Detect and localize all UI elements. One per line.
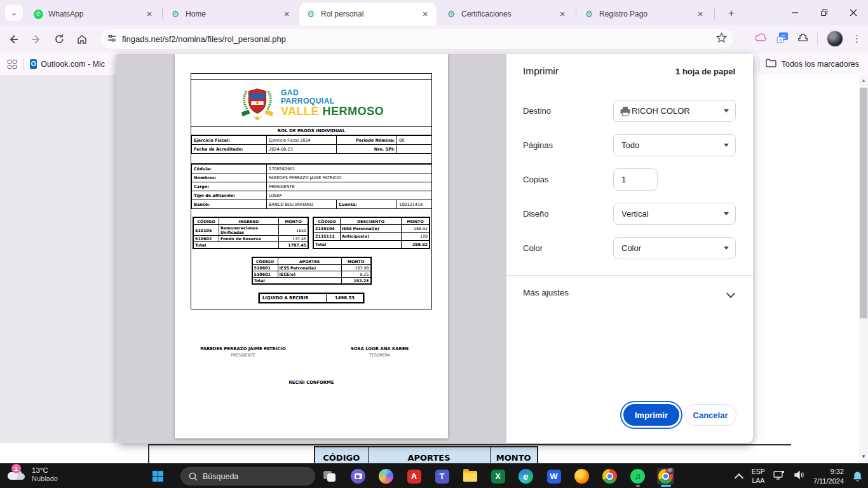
weather-extension-icon[interactable] (755, 32, 768, 45)
start-button[interactable] (153, 471, 163, 482)
layout-select[interactable]: Vertical (613, 203, 736, 225)
teams-icon[interactable]: T (433, 468, 451, 485)
close-icon[interactable]: ✕ (420, 9, 430, 19)
page-scrollbar[interactable]: ▲ ▼ (859, 75, 868, 463)
taskbar-search[interactable]: Búsqueda (180, 467, 315, 485)
extensions-icon[interactable] (797, 32, 808, 46)
sheet-count: 1 hoja de papel (675, 67, 735, 76)
close-icon[interactable]: ✕ (144, 9, 154, 19)
cedula-value: 1708582901 (267, 165, 432, 173)
pages-select[interactable]: Todo (613, 134, 736, 156)
apps-grid-icon[interactable] (8, 60, 17, 69)
tab-label: Rol personal (321, 10, 420, 18)
minimize-button[interactable] (780, 0, 810, 25)
printer-icon (620, 106, 630, 116)
dialog-title: Imprimir (523, 65, 559, 77)
bookmark-star-icon[interactable] (716, 32, 727, 46)
url-text[interactable]: fingads.net/sf2/nomina/files/rol_persona… (122, 34, 716, 44)
tab-label: Home (186, 10, 281, 18)
destination-label: Destino (523, 106, 551, 116)
signature-role: PRESIDENTE (175, 353, 311, 357)
profile-avatar[interactable] (827, 30, 843, 47)
fingads-favicon: ⚙ (306, 9, 316, 19)
cancel-button[interactable]: Cancelar (684, 404, 736, 426)
tab-registro-pago[interactable]: ⚙ Registro Pago ✕ (578, 3, 712, 25)
signature-name: PAREDES PERRAZO JAIME PATRICIO (175, 346, 311, 351)
bookmark-outlook[interactable]: O Outlook.com - Mic (30, 59, 105, 69)
tab-rol-personal[interactable]: ⚙ Rol personal ✕ (299, 3, 437, 25)
destination-select[interactable]: RICOH COLOR (613, 100, 736, 122)
close-icon[interactable]: ✕ (695, 9, 705, 19)
close-icon[interactable]: ✕ (281, 9, 292, 19)
translate-icon[interactable]: Ga (776, 32, 789, 46)
acrobat-icon[interactable]: A (405, 468, 423, 485)
omnibox[interactable]: fingads.net/sf2/nomina/files/rol_persona… (100, 29, 733, 49)
forward-icon[interactable] (27, 30, 46, 49)
new-tab-button[interactable]: + (723, 5, 740, 22)
chrome-icon[interactable] (601, 468, 618, 485)
restore-button[interactable] (810, 0, 839, 25)
document-title: ROL DE PAGOS INDIVIDUAL (191, 127, 431, 135)
afiliacion-value: LOSEP (267, 191, 432, 200)
total-row: Total 288.92 (314, 240, 430, 248)
reload-icon[interactable] (50, 30, 69, 49)
gad-logo: GAD PARROQUIAL VALLE HERMOSO (191, 80, 431, 127)
scroll-up-icon[interactable]: ▲ (859, 78, 868, 83)
chrome-active-icon[interactable] (657, 468, 674, 485)
signature-role: TESORERA (311, 353, 448, 357)
spi-value (397, 145, 432, 154)
language-indicator[interactable]: ESP LAA (752, 468, 765, 484)
cedula-label: Cédula: (192, 165, 267, 173)
site-info-icon[interactable] (107, 33, 117, 46)
file-explorer-icon[interactable] (461, 468, 478, 485)
notification-bell-icon[interactable] (852, 471, 863, 482)
tray-chevron-icon[interactable] (735, 473, 743, 482)
tab-search-button[interactable]: ⌄ (5, 4, 23, 21)
nombres-label: Nombres: (192, 173, 267, 182)
word-icon[interactable]: W (545, 468, 562, 485)
chevron-down-icon[interactable] (726, 289, 735, 298)
close-window-button[interactable] (839, 0, 868, 25)
edge-icon[interactable]: e (517, 468, 534, 485)
liquido-table: LIQUIDO A RECIBIR 1498.53 (259, 294, 363, 302)
tab-whatsapp[interactable]: ✆ WhatsApp ✕ (27, 3, 161, 25)
table-row: 510602 Fondo de Reserva 137.45 (194, 236, 308, 242)
copies-input[interactable] (613, 168, 658, 191)
menu-icon[interactable]: ⋮ (852, 33, 862, 44)
bookmarks-separator (759, 58, 759, 70)
scroll-down-icon[interactable]: ▼ (859, 454, 868, 459)
volume-icon[interactable] (794, 470, 805, 482)
taskbar-clock[interactable]: 9:32 7/11/2024 (813, 467, 844, 485)
color-select[interactable]: Color (613, 237, 736, 259)
excel-icon[interactable]: X (489, 468, 506, 485)
chevron-down-icon (724, 109, 729, 112)
all-bookmarks-label[interactable]: Todos los marcadores (782, 60, 859, 69)
recibi-conforme-label: RECIBI CONFORME (175, 380, 448, 385)
search-placeholder: Búsqueda (203, 472, 238, 481)
home-icon[interactable] (72, 30, 92, 49)
more-settings-toggle[interactable]: Más ajustes (523, 288, 569, 297)
tab-separator (576, 8, 576, 19)
print-button[interactable]: Imprimir (623, 404, 679, 426)
spi-label: Nro. SPI: (337, 145, 397, 154)
tab-separator (162, 8, 163, 19)
tab-home[interactable]: ⚙ Home ✕ (164, 3, 298, 25)
fecha-label: Fecha de Acreditado: (192, 145, 267, 154)
taskbar-weather-widget[interactable]: 1 13°C Nublado (6, 466, 58, 484)
spotify-icon[interactable]: ♫ (629, 468, 646, 485)
tab-label: WhatsApp (48, 10, 144, 18)
task-view-icon[interactable] (322, 468, 339, 485)
back-icon[interactable] (4, 30, 23, 49)
color-label: Color (523, 243, 543, 253)
copilot-icon[interactable] (377, 468, 395, 485)
tab-separator (714, 8, 715, 19)
close-icon[interactable]: ✕ (557, 9, 567, 19)
tab-certificaciones[interactable]: ⚙ Certificaciones ✕ (440, 3, 574, 25)
fiscal-info-table: Ejercicio Fiscal: Ejercicio Fiscal 2024 … (191, 135, 432, 154)
network-icon[interactable] (773, 470, 785, 483)
chat-icon[interactable] (349, 468, 367, 485)
firefox-icon[interactable] (573, 468, 590, 485)
scrollbar-thumb[interactable] (860, 88, 867, 318)
table-row: 2135104 IESS Personal(e) 188.92 (314, 225, 430, 233)
weather-condition: Nublado (32, 475, 58, 484)
